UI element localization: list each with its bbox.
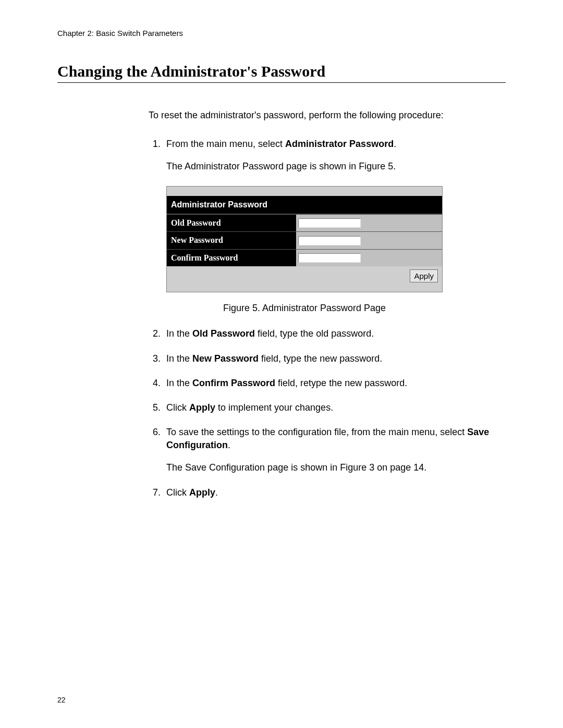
step-6-note: The Save Configuration page is shown in …: [166, 461, 503, 474]
text: .: [228, 440, 230, 450]
chapter-header: Chapter 2: Basic Switch Parameters: [57, 29, 506, 38]
text: .: [215, 487, 218, 498]
bold-term: Old Password: [192, 328, 255, 339]
text: to implement your changes.: [215, 402, 333, 413]
text: In the: [166, 378, 192, 388]
figure-caption: Figure 5. Administrator Password Page: [166, 302, 443, 315]
text: To save the settings to the configuratio…: [166, 427, 467, 437]
bold-term: New Password: [192, 353, 259, 364]
bold-term: Apply: [189, 402, 215, 413]
confirm-password-cell: [296, 250, 442, 266]
old-password-cell: [296, 215, 442, 231]
new-password-label: New Password: [167, 232, 296, 249]
text: .: [394, 139, 396, 149]
apply-button[interactable]: Apply: [410, 269, 438, 282]
admin-password-panel: Administrator Password Old Password New …: [166, 186, 443, 293]
step-5: Click Apply to implement your changes.: [163, 401, 503, 414]
text: From the main menu, select: [166, 139, 285, 149]
step-4: In the Confirm Password field, retype th…: [163, 377, 503, 390]
step-2: In the Old Password field, type the old …: [163, 327, 503, 340]
new-password-input[interactable]: [298, 236, 361, 245]
text: In the: [166, 353, 192, 364]
step-3: In the New Password field, type the new …: [163, 352, 503, 365]
bold-term: Confirm Password: [192, 378, 275, 388]
text: Click: [166, 402, 189, 413]
intro-text: To reset the administrator's password, p…: [149, 109, 503, 122]
section-title: Changing the Administrator's Password: [57, 63, 506, 80]
bold-term: Administrator Password: [285, 139, 394, 149]
confirm-password-label: Confirm Password: [167, 250, 296, 266]
confirm-password-input[interactable]: [298, 253, 361, 263]
panel-title: Administrator Password: [167, 196, 442, 214]
bold-term: Apply: [189, 487, 215, 498]
step-6: To save the settings to the configuratio…: [163, 426, 503, 475]
text: field, type the new password.: [259, 353, 382, 364]
new-password-cell: [296, 232, 442, 249]
step-1-note: The Administrator Password page is shown…: [166, 160, 503, 173]
text: Click: [166, 487, 189, 498]
text: In the: [166, 328, 192, 339]
step-7: Click Apply.: [163, 486, 503, 499]
text: field, retype the new password.: [275, 378, 407, 388]
page-number: 22: [57, 696, 66, 704]
title-rule: [57, 82, 506, 83]
text: field, type the old password.: [255, 328, 374, 339]
step-1: From the main menu, select Administrator…: [163, 138, 503, 315]
old-password-label: Old Password: [167, 215, 296, 231]
old-password-input[interactable]: [298, 218, 361, 228]
steps-list: From the main menu, select Administrator…: [149, 138, 503, 499]
